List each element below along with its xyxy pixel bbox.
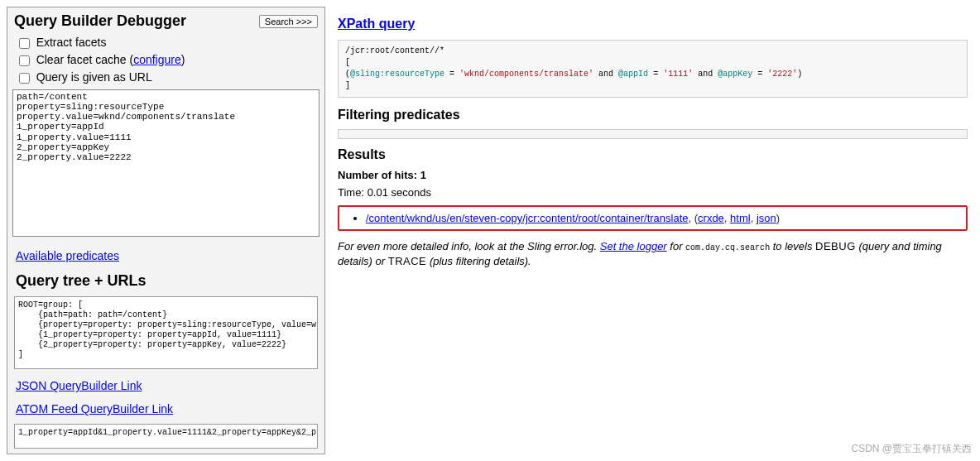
- panel-header: Query Builder Debugger Search >>>: [7, 7, 324, 31]
- panel-title: Query Builder Debugger: [14, 12, 186, 30]
- results-panel: XPath query /jcr:root/content//* [ (@sli…: [331, 7, 974, 271]
- query-tree-box[interactable]: ROOT=group: [ {path=path: path=/content}…: [14, 296, 318, 369]
- filtering-predicates-bar: [338, 129, 968, 139]
- result-json-link[interactable]: json: [757, 212, 776, 224]
- result-html-link[interactable]: html: [730, 212, 751, 224]
- configure-link[interactable]: configure: [133, 53, 181, 66]
- extract-facets-label: Extract facets: [36, 36, 107, 49]
- xpath-line-3: (@sling:resourceType = 'wknd/components/…: [345, 69, 960, 80]
- watermark-text: CSDN @贾宝玉拳打镇关西: [851, 442, 972, 456]
- atom-querybuilder-link[interactable]: ATOM Feed QueryBuilder Link: [7, 397, 324, 420]
- query-tree-title: Query tree + URLs: [7, 267, 324, 293]
- search-button[interactable]: Search >>>: [259, 15, 318, 28]
- result-item: /content/wknd/us/en/steven-copy/jcr:cont…: [366, 212, 959, 224]
- query-textarea[interactable]: [12, 89, 319, 237]
- xpath-line-1: /jcr:root/content//*: [345, 46, 960, 57]
- xpath-line-2: [: [345, 57, 960, 69]
- params-box[interactable]: 1_property=appId&1_property.value=1111&2…: [14, 424, 318, 449]
- filtering-predicates-title: Filtering predicates: [338, 108, 968, 122]
- query-as-url-checkbox[interactable]: [19, 73, 30, 84]
- clear-facet-cache-label: Clear facet cache (configure): [36, 53, 185, 66]
- xpath-code-block: /jcr:root/content//* [ (@sling:resourceT…: [338, 40, 968, 98]
- query-as-url-label: Query is given as URL: [36, 70, 152, 84]
- results-highlight-box: /content/wknd/us/en/steven-copy/jcr:cont…: [338, 205, 968, 231]
- hits-count: Number of hits: 1: [338, 169, 968, 181]
- results-title: Results: [338, 147, 968, 162]
- xpath-query-title[interactable]: XPath query: [338, 17, 968, 31]
- result-path-link[interactable]: /content/wknd/us/en/steven-copy/jcr:cont…: [366, 212, 689, 224]
- extract-facets-checkbox[interactable]: [19, 38, 30, 49]
- result-crxde-link[interactable]: crxde: [698, 212, 724, 224]
- available-predicates-link[interactable]: Available predicates: [7, 244, 324, 267]
- set-logger-link[interactable]: Set the logger: [600, 240, 667, 252]
- clear-facet-cache-checkbox[interactable]: [19, 55, 30, 66]
- detail-note: For even more detailed info, look at the…: [338, 239, 968, 268]
- query-builder-panel: Query Builder Debugger Search >>> Extrac…: [7, 7, 325, 454]
- xpath-line-4: ]: [345, 80, 960, 92]
- time-label: Time: 0.01 seconds: [338, 186, 968, 199]
- options-group: Extract facets Clear facet cache (config…: [7, 31, 324, 89]
- json-querybuilder-link[interactable]: JSON QueryBuilder Link: [7, 374, 324, 397]
